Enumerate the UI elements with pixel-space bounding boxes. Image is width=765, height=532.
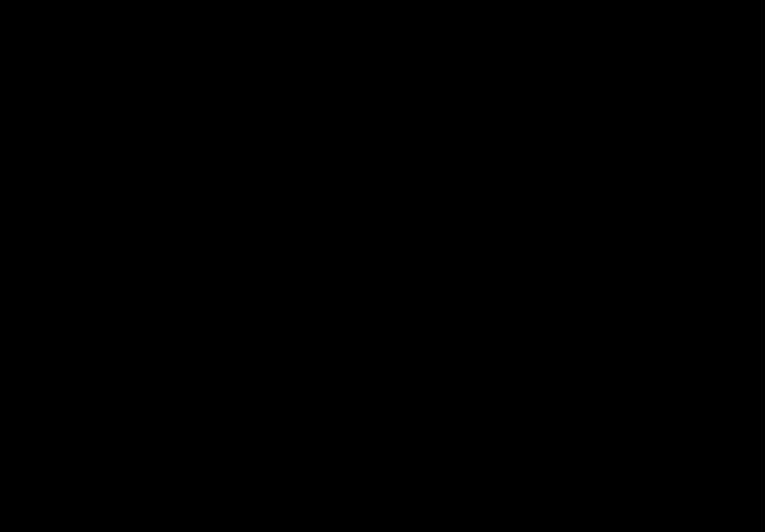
sounding-app xyxy=(0,0,765,532)
skewt-diagram xyxy=(0,0,765,532)
